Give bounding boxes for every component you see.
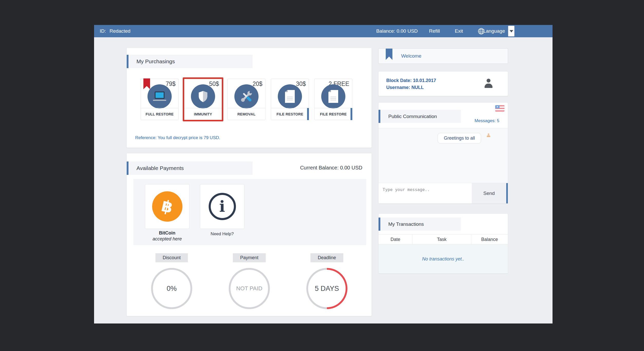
transactions-header: My Transactions xyxy=(379,218,461,231)
discount-value: 0% xyxy=(167,285,177,293)
payments-card: Available Payments Current Balance: 0.00… xyxy=(126,153,372,316)
payment-value: NOT PAID xyxy=(236,285,262,292)
bitcoin-payment-button[interactable] xyxy=(145,184,189,229)
account-info: Block Date: 10.01.2017 Username: NULL xyxy=(386,77,436,91)
need-help-button[interactable] xyxy=(200,184,244,229)
chat-message: Greetings to all xyxy=(438,133,481,143)
user-icon xyxy=(484,79,493,88)
discount-label: Discount xyxy=(155,253,188,262)
welcome-title: Welcome xyxy=(401,53,421,59)
product-label: FULL RESTORE xyxy=(141,108,178,120)
column-balance: Balance xyxy=(471,235,508,244)
language-dropdown-button[interactable] xyxy=(508,26,514,37)
purchasings-header: My Purchasings xyxy=(127,55,253,68)
us-flag-icon[interactable] xyxy=(495,105,504,112)
app-window: ID: Redacted Balance: 0.00 USD Refill Ex… xyxy=(94,25,553,323)
product-price: 20$ xyxy=(253,80,262,87)
current-balance: Current Balance: 0.00 USD xyxy=(300,165,362,171)
document-icon xyxy=(278,84,302,109)
product-label: REMOVAL xyxy=(228,108,265,120)
payment-methods-panel: BitCoin accepted here Need Help? xyxy=(133,179,366,245)
bitcoin-sublabel: accepted here xyxy=(145,236,189,242)
payment-circle: NOT PAID xyxy=(229,268,270,309)
public-communication-card: Public Communication Messages: 5 Greetin… xyxy=(378,102,508,204)
bookmark-icon xyxy=(143,78,150,89)
need-help-label: Need Help? xyxy=(200,231,244,237)
language-selector[interactable]: Language xyxy=(478,28,505,35)
block-date-label: Block Date: xyxy=(386,78,412,83)
refill-button[interactable]: Refill xyxy=(429,28,440,34)
product-immunity[interactable]: 50$ IMMUNITY xyxy=(183,77,223,121)
product-price: 50$ xyxy=(209,80,219,87)
transactions-empty-state: No transactions yet.. xyxy=(379,245,508,273)
send-button[interactable]: Send xyxy=(472,183,508,203)
product-tiles: 79$ FULL RESTORE 50$ IMMUNITY xyxy=(141,79,352,120)
product-file-restore[interactable]: 30$ FILE RESTORE xyxy=(271,79,309,120)
column-date: Date xyxy=(379,235,412,244)
transactions-card: My Transactions Date Task Balance No tra… xyxy=(378,213,508,274)
username-value: NULL xyxy=(411,85,424,90)
username-label: Username: xyxy=(386,85,410,90)
product-price: 30$ xyxy=(296,80,306,87)
shield-icon xyxy=(191,84,215,109)
discount-meter: Discount 0% xyxy=(141,253,203,309)
top-bar-actions: Balance: 0.00 USD Refill Exit Language xyxy=(376,26,514,37)
user-id: ID: Redacted xyxy=(94,28,131,34)
transactions-table-header: Date Task Balance xyxy=(379,234,508,245)
avatar-icon xyxy=(486,133,491,137)
product-removal[interactable]: 20$ REMOVAL xyxy=(227,79,265,120)
deadline-circle: 5 DAYS xyxy=(306,268,347,309)
block-date-line: Block Date: 10.01.2017 xyxy=(386,77,436,84)
payment-meter: Payment NOT PAID xyxy=(218,253,280,309)
id-label: ID: xyxy=(100,28,106,34)
chevron-down-icon xyxy=(510,30,513,32)
deadline-meter: Deadline 5 DAYS xyxy=(296,253,358,309)
discount-circle: 0% xyxy=(151,268,192,309)
tools-icon xyxy=(234,84,259,109)
communication-title: Public Communication xyxy=(388,114,437,119)
product-full-restore[interactable]: 79$ FULL RESTORE xyxy=(141,79,179,120)
info-icon xyxy=(209,193,236,220)
username-line: Username: NULL xyxy=(386,84,436,91)
id-value: Redacted xyxy=(109,28,130,34)
product-label: FILE RESTORE xyxy=(315,108,352,120)
bitcoin-label: BitCoin xyxy=(145,230,189,236)
account-info-card: Block Date: 10.01.2017 Username: NULL xyxy=(378,71,508,96)
deadline-label: Deadline xyxy=(310,253,343,262)
product-label: IMMUNITY xyxy=(184,108,222,120)
purchasings-title: My Purchasings xyxy=(136,58,175,65)
chat-area: Greetings to all xyxy=(379,128,508,183)
block-date-value: 10.01.2017 xyxy=(413,78,436,83)
product-label: FILE RESTORE xyxy=(271,108,309,120)
balance-label: Balance: 0.00 USD xyxy=(376,28,418,34)
welcome-banner: Welcome xyxy=(378,48,508,64)
top-bar: ID: Redacted Balance: 0.00 USD Refill Ex… xyxy=(94,25,553,37)
desktop-background: ID: Redacted Balance: 0.00 USD Refill Ex… xyxy=(0,0,644,351)
language-label: Language xyxy=(483,28,505,34)
deadline-value: 5 DAYS xyxy=(315,285,339,293)
tile-scrollbar[interactable] xyxy=(307,108,309,120)
message-input[interactable] xyxy=(379,183,472,203)
tile-scrollbar[interactable] xyxy=(351,108,352,120)
bookmark-icon xyxy=(386,49,392,60)
transactions-title: My Transactions xyxy=(388,221,424,227)
communication-header: Public Communication xyxy=(379,110,461,123)
document-icon xyxy=(321,84,345,109)
chat-input-row: Send xyxy=(379,183,508,203)
column-task: Task xyxy=(412,235,471,244)
purchasings-card: My Purchasings 79$ FULL RESTORE 50$ xyxy=(126,48,372,148)
payments-title: Available Payments xyxy=(136,165,184,171)
reference-note: Reference: You full decrypt price is 79 … xyxy=(135,135,220,140)
exit-button[interactable]: Exit xyxy=(455,28,463,34)
laptop-icon xyxy=(148,84,172,109)
product-file-restore-free[interactable]: 2 FREE FILE RESTORE xyxy=(314,79,352,120)
bitcoin-icon xyxy=(152,191,182,222)
bitcoin-caption: BitCoin accepted here xyxy=(145,230,189,242)
messages-count: Messages: 5 xyxy=(475,118,499,123)
payments-header: Available Payments xyxy=(127,161,253,175)
payment-label: Payment xyxy=(233,253,265,262)
product-price: 79$ xyxy=(166,80,176,87)
